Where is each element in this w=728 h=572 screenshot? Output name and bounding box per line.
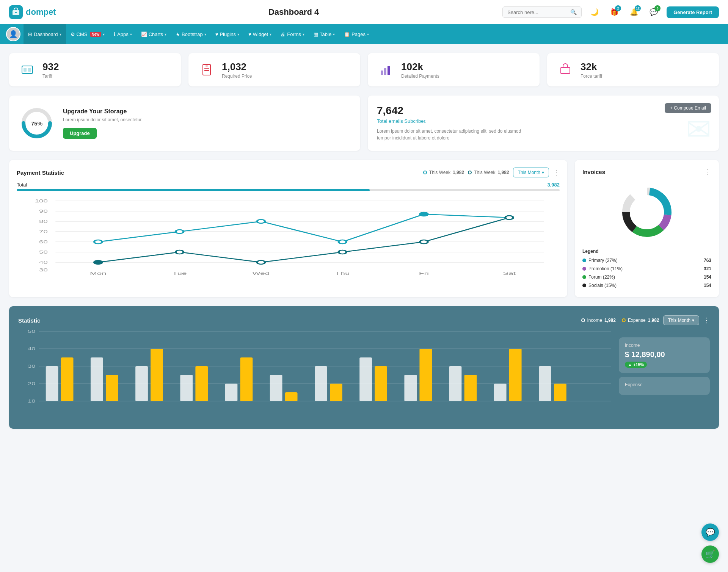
svg-rect-79 xyxy=(375,366,387,401)
svg-text:Fri: Fri xyxy=(419,271,429,276)
svg-rect-75 xyxy=(285,392,298,401)
nav-item-apps[interactable]: ℹ Apps ▾ xyxy=(109,24,136,44)
payment-chart-menu-button[interactable]: ⋮ xyxy=(553,168,560,177)
nav-item-table[interactable]: ▦ Table ▾ xyxy=(309,24,339,44)
forms-nav-icon: 🖨 xyxy=(281,31,286,37)
nav-item-bootstrap[interactable]: ★ Bootstrap ▾ xyxy=(171,24,211,44)
income-card-area: Income $ 12,890,00 ▲ +15% Expense xyxy=(619,331,710,395)
force-tariff-label: Force tariff xyxy=(581,74,602,79)
income-stat-value: 1,982 xyxy=(604,318,616,323)
nav-label-pages: Pages xyxy=(351,31,366,37)
tariff-label: Tariff xyxy=(42,74,59,79)
statistic-legend: Income 1,982 Expense 1,982 xyxy=(581,318,659,323)
logo-area: dompet xyxy=(9,5,85,19)
svg-text:10: 10 xyxy=(28,399,35,403)
search-box[interactable]: 🔍 xyxy=(502,6,582,18)
email-count: 7,642 xyxy=(377,105,710,117)
apps-nav-icon: ℹ xyxy=(114,31,116,37)
nav-arrow-pages: ▾ xyxy=(367,32,369,36)
total-label: Total xyxy=(17,182,27,188)
payment-statistic-title: Payment Statistic xyxy=(17,169,64,176)
svg-rect-69 xyxy=(151,349,163,401)
statistic-legend-expense: Expense 1,982 xyxy=(622,318,659,323)
generate-report-button[interactable]: Generate Report xyxy=(667,6,719,18)
svg-rect-80 xyxy=(404,375,417,401)
legend-item-forum: Forum (22%) 154 xyxy=(582,273,711,281)
required-price-label: Required Price xyxy=(222,74,252,79)
nav-item-dashboard[interactable]: ⊞ Dashboard ▾ xyxy=(24,24,66,44)
nav-item-plugins[interactable]: ♥ Plugins ▾ xyxy=(211,24,244,44)
statistic-month-filter[interactable]: This Month ▾ xyxy=(663,315,699,325)
income-change-badge: ▲ +15% xyxy=(625,362,647,368)
svg-text:20: 20 xyxy=(28,382,35,386)
invoices-card: Invoices ⋮ Legend xyxy=(575,160,719,297)
legend-color-forum xyxy=(582,275,586,279)
svg-rect-84 xyxy=(494,384,507,401)
moon-icon[interactable]: 🌙 xyxy=(588,5,601,19)
svg-rect-68 xyxy=(135,366,148,401)
svg-rect-73 xyxy=(240,357,253,401)
statistic-header-right: Income 1,982 Expense 1,982 This Month ▾ … xyxy=(581,315,710,325)
svg-point-40 xyxy=(420,212,428,216)
chart-filters: This Week 1,982 This Week 1,982 This Mon… xyxy=(423,168,560,177)
tariff-info: 932 Tariff xyxy=(42,61,59,79)
svg-point-36 xyxy=(94,240,102,244)
line-chart-area: 100 90 80 70 60 50 40 30 Mon Tue Wed Thu… xyxy=(17,197,560,273)
stat-card-force-tariff: 32k Force tariff xyxy=(547,53,719,86)
chart-row: Payment Statistic This Week 1,982 This W… xyxy=(9,160,719,297)
upgrade-button[interactable]: Upgrade xyxy=(63,128,97,139)
table-nav-icon: ▦ xyxy=(314,31,318,37)
tariff-icon xyxy=(18,61,36,79)
force-tariff-value: 32k xyxy=(581,61,602,73)
email-subtitle: Total emails Subcriber. xyxy=(377,118,710,124)
income-card-value: $ 12,890,00 xyxy=(625,350,704,359)
nav-item-forms[interactable]: 🖨 Forms ▾ xyxy=(276,24,309,44)
legend-value-promotion: 321 xyxy=(704,266,711,271)
widget-nav-icon: ♥ xyxy=(248,31,251,37)
bell-icon[interactable]: 🔔12 xyxy=(627,5,641,19)
svg-rect-3 xyxy=(24,68,27,72)
statistic-menu-button[interactable]: ⋮ xyxy=(703,316,710,324)
nav-item-pages[interactable]: 📋 Pages ▾ xyxy=(339,24,373,44)
legend-label-week2: This Week xyxy=(474,170,495,175)
nav-label-cms: CMS xyxy=(77,31,88,37)
nav-label-forms: Forms xyxy=(287,31,301,37)
nav-label-table: Table xyxy=(320,31,331,37)
income-legend-dot xyxy=(581,318,585,322)
nav-item-widget[interactable]: ♥ Widget ▾ xyxy=(244,24,276,44)
svg-text:40: 40 xyxy=(39,260,48,265)
statistic-title: Statistic xyxy=(18,317,40,324)
month-filter-button[interactable]: This Month ▾ xyxy=(513,168,549,177)
svg-rect-65 xyxy=(61,357,74,401)
nav-item-cms[interactable]: ⚙ CMS New ▾ xyxy=(66,24,109,44)
svg-rect-77 xyxy=(330,384,342,401)
nav-item-charts[interactable]: 📈 Charts ▾ xyxy=(136,24,171,44)
svg-text:70: 70 xyxy=(39,230,48,234)
gift-icon[interactable]: 🎁2 xyxy=(607,5,621,19)
svg-rect-10 xyxy=(384,68,386,75)
legend-color-socials xyxy=(582,284,586,287)
invoices-menu-button[interactable]: ⋮ xyxy=(704,168,711,176)
cms-new-badge: New xyxy=(90,32,102,37)
svg-point-8 xyxy=(206,65,208,67)
avatar: 👤 xyxy=(6,27,20,41)
nav-arrow-forms: ▾ xyxy=(303,32,304,36)
svg-text:30: 30 xyxy=(28,364,35,368)
legend-value-primary: 763 xyxy=(704,258,711,263)
nav-arrow-widget: ▾ xyxy=(270,32,271,36)
svg-rect-67 xyxy=(106,375,118,401)
search-input[interactable] xyxy=(507,9,568,15)
bootstrap-nav-icon: ★ xyxy=(176,31,180,37)
nav-label-dashboard: Dashboard xyxy=(34,31,58,37)
legend-value-socials: 154 xyxy=(704,283,711,288)
invoices-legend-label: Legend xyxy=(582,249,711,254)
nav-arrow-dashboard: ▾ xyxy=(60,32,61,36)
svg-rect-81 xyxy=(419,349,432,401)
stat-card-detailed-payments: 102k Detailed Payments xyxy=(368,53,540,86)
chat-icon[interactable]: 💬5 xyxy=(647,5,661,19)
statistic-section: Statistic Income 1,982 Expense 1,982 T xyxy=(9,306,719,429)
income-change-icon: ▲ xyxy=(628,362,632,367)
nav-label-charts: Charts xyxy=(149,31,163,37)
force-tariff-icon xyxy=(556,61,574,79)
expense-card: Expense xyxy=(619,377,710,395)
